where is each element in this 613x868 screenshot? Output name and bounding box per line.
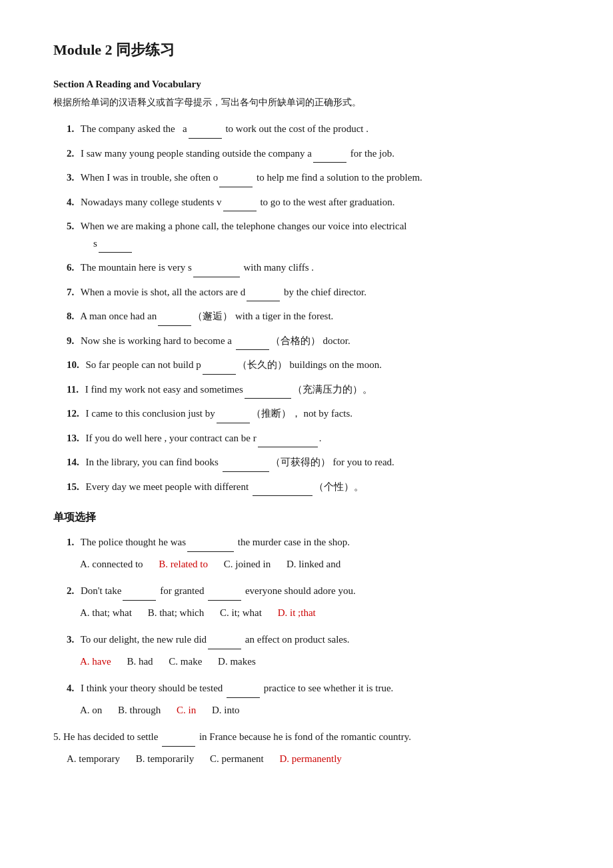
item-num: 9. [67, 335, 74, 346]
blank [208, 631, 241, 649]
multiple-choice-list: 1. The police thought he was the murder … [53, 534, 560, 768]
blank [99, 235, 132, 253]
blank [313, 145, 346, 163]
item-num: 14. [67, 457, 79, 467]
options: A. temporary B. temporarily C. permanent… [53, 749, 560, 769]
list-item: 3. When I was in trouble, she often o to… [53, 169, 560, 187]
blank [247, 284, 280, 302]
choice-item: 4. I think your theory should be tested … [53, 680, 560, 719]
blank [223, 194, 257, 212]
list-item: 4. Nowadays many college students v to g… [53, 194, 560, 212]
question-text: The police thought he was the murder cas… [81, 537, 350, 547]
chinese-hint: （可获得的） [271, 457, 330, 467]
item-num: 3. [67, 634, 74, 645]
blank [208, 583, 241, 601]
item-num: 11. [67, 384, 79, 395]
item-num: 4. [67, 197, 74, 207]
choice-question: 2. Don't take for granted everyone shoul… [53, 583, 560, 601]
item-num: 2. [67, 148, 74, 159]
item-text: The mountain here is very s with many cl… [81, 262, 314, 273]
list-item: 15. Every day we meet people with differ… [53, 479, 560, 497]
options: A. that; what B. that; which C. it; what… [53, 603, 560, 623]
fill-blank-list: 1. The company asked the a to work out t… [53, 121, 560, 496]
choice-question: 3. To our delight, the new rule did an e… [53, 631, 560, 649]
list-item: 6. The mountain here is very s with many… [53, 259, 560, 277]
list-item: 11. I find my work not easy and sometime… [53, 381, 560, 399]
option-b: B. through [118, 705, 161, 715]
chinese-hint: （推断） [251, 408, 291, 419]
blank [158, 308, 191, 326]
option-d: D. into [212, 705, 240, 715]
option-c: C. permanent [210, 753, 264, 764]
item-num: 8. [67, 311, 74, 321]
option-b: B. temporarily [136, 753, 194, 764]
blank [187, 534, 234, 552]
item-text: When we are making a phone call, the tel… [81, 221, 407, 231]
option-a: A. on [80, 705, 102, 715]
choice-item: 3. To our delight, the new rule did an e… [53, 631, 560, 671]
question-text: 5. He has decided to settle in France be… [53, 731, 411, 742]
option-d: D. it ;that [278, 607, 316, 618]
blank [223, 454, 269, 472]
blank [203, 357, 236, 375]
list-item: 8. A man once had an （邂逅） with a tiger i… [53, 308, 560, 326]
item-num: 4. [67, 683, 74, 693]
option-b: B. that; which [148, 607, 205, 618]
option-b: B. related to [159, 559, 208, 569]
list-item: 2. I saw many young people standing outs… [53, 145, 560, 163]
options: A. have B. had C. make D. makes [53, 652, 560, 671]
question-text: To our delight, the new rule did an effe… [81, 634, 350, 645]
item-text: So far people can not build p （长久的） buil… [86, 359, 382, 370]
choice-item: 1. The police thought he was the murder … [53, 534, 560, 573]
chinese-hint: （长久的） [237, 359, 287, 370]
item-num: 7. [67, 287, 74, 297]
chinese-hint: （邂逅） [193, 311, 233, 321]
item-continuation: s [67, 235, 560, 253]
option-c: C. it; what [220, 607, 262, 618]
option-d: D. permanently [280, 753, 342, 764]
blank [217, 405, 250, 423]
chinese-hint: （个性） [314, 481, 354, 492]
option-b: B. had [127, 656, 153, 667]
list-item: 5. When we are making a phone call, the … [53, 218, 560, 253]
choice-question: 1. The police thought he was the murder … [53, 534, 560, 552]
list-item: 9. Now she is working hard to become a （… [53, 333, 560, 351]
option-a: A. have [80, 656, 111, 667]
option-c: C. joined in [224, 559, 271, 569]
choice-item: 5. He has decided to settle in France be… [53, 729, 560, 768]
options: A. connected to B. related to C. joined … [53, 555, 560, 574]
option-a: A. temporary [67, 753, 120, 764]
item-num: 13. [67, 433, 79, 443]
blank [123, 583, 156, 601]
item-text: Now she is working hard to become a （合格的… [81, 335, 350, 346]
option-a: A. that; what [80, 607, 132, 618]
item-text: When I was in trouble, she often o to he… [81, 172, 422, 183]
item-num: 1. [67, 537, 74, 547]
choice-question: 4. I think your theory should be tested … [53, 680, 560, 698]
option-d: D. linked and [287, 559, 340, 569]
item-num: 5. [67, 221, 74, 231]
item-num: 10. [67, 359, 79, 370]
option-c: C. make [169, 656, 202, 667]
item-num: 15. [67, 481, 79, 492]
options: A. on B. through C. in D. into [53, 701, 560, 720]
item-text: If you do well here , your contract can … [86, 433, 322, 443]
item-text: I find my work not easy and sometimes （充… [85, 384, 372, 395]
item-text: I came to this conclusion just by （推断）， … [86, 408, 353, 419]
list-item: 7. When a movie is shot, all the actors … [53, 284, 560, 302]
list-item: 1. The company asked the a to work out t… [53, 121, 560, 139]
chinese-hint: （充满压力的） [293, 384, 362, 395]
blank [253, 479, 312, 497]
blank [162, 729, 195, 747]
blank [193, 259, 240, 277]
blank [219, 169, 253, 187]
item-num: 3. [67, 172, 74, 183]
item-text: A man once had an （邂逅） with a tiger in t… [80, 311, 333, 321]
item-num: 6. [67, 262, 74, 273]
choice-item: 2. Don't take for granted everyone shoul… [53, 583, 560, 622]
option-c: C. in [177, 705, 196, 715]
question-text: I think your theory should be tested pra… [81, 683, 393, 693]
item-text: In the library, you can find books （可获得的… [86, 457, 394, 467]
option-a: A. connected to [80, 559, 143, 569]
item-num: 12. [67, 408, 79, 419]
